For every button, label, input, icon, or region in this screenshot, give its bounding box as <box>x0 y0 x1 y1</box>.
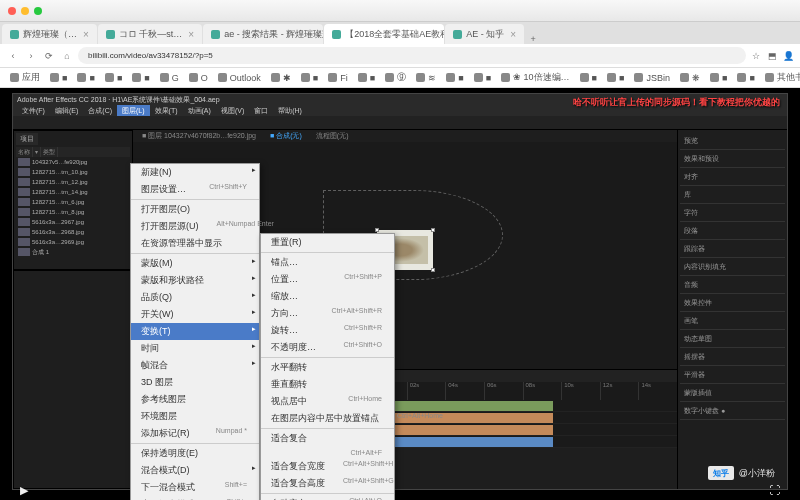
close-icon[interactable]: × <box>510 29 516 40</box>
project-item[interactable]: 5616x3a…2969.jpg <box>16 237 130 247</box>
home-button[interactable]: ⌂ <box>60 49 74 63</box>
menu-item[interactable]: 适合复合高度Ctrl+Alt+Shift+G <box>261 475 394 492</box>
menu-item[interactable]: 适合复合 <box>261 430 394 447</box>
max-dot[interactable] <box>34 7 42 15</box>
panel-header[interactable]: 数字小键盘 ● <box>680 402 785 420</box>
video-controls[interactable]: ▶ ⛶ <box>12 480 788 500</box>
panel-header[interactable]: 音频 <box>680 276 785 294</box>
panel-header[interactable]: 内容识别填充 <box>680 258 785 276</box>
project-tab[interactable]: 项目 <box>16 133 38 145</box>
panel-header[interactable]: 效果和预设 <box>680 150 785 168</box>
menu-item[interactable]: Ctrl+Alt+F <box>261 447 394 458</box>
browser-tab[interactable]: コロ 千秋—st…× <box>98 24 202 44</box>
browser-tab[interactable]: ae - 搜索结果 - 辉煌璀璨辉煌…× <box>203 24 323 44</box>
column-header[interactable]: ▾ <box>33 147 41 157</box>
menu-item[interactable]: 环境图层 <box>131 408 259 425</box>
project-item[interactable]: 5616x3a…2968.jpg <box>16 227 130 237</box>
bookmark-item[interactable]: ■ <box>442 71 467 85</box>
menu-item[interactable]: 品质(Q) <box>131 289 259 306</box>
bookmark-item[interactable]: ■ <box>297 71 322 85</box>
menu-item[interactable]: 开关(W) <box>131 306 259 323</box>
menu-item[interactable]: 蒙版(M) <box>131 255 259 272</box>
star-icon[interactable]: ☆ <box>750 50 762 62</box>
menu-item[interactable]: 文件(F) <box>17 105 50 116</box>
profile-icon[interactable]: 👤 <box>782 50 794 62</box>
viewer-tab[interactable]: ■ 图层 104327v4670f82b…fe920.jpg <box>139 130 259 142</box>
bookmark-item[interactable]: ■ <box>46 71 71 85</box>
project-item[interactable]: 合成 1 <box>16 247 130 257</box>
menu-item[interactable]: 重置(R) <box>261 234 394 251</box>
menu-item[interactable]: 参考线图层 <box>131 391 259 408</box>
menu-item[interactable]: 时间 <box>131 340 259 357</box>
bookmark-item[interactable]: Outlook <box>214 71 265 85</box>
layer-duration-bar[interactable] <box>368 401 553 411</box>
handle-br[interactable] <box>431 268 435 272</box>
handle-tl[interactable] <box>375 228 379 232</box>
url-input[interactable]: bilibili.com/video/av33478152/?p=5 <box>78 47 746 64</box>
layer-track[interactable] <box>368 400 677 412</box>
project-item[interactable]: 104327v5…fe920jpg <box>16 157 130 167</box>
project-item[interactable]: 1282715…tm_12.jpg <box>16 177 130 187</box>
layer-track[interactable] <box>368 424 677 436</box>
menu-item[interactable]: 混合模式(D) <box>131 462 259 479</box>
effects-panel[interactable] <box>13 270 133 489</box>
menu-item[interactable]: 视点居中Ctrl+Home <box>261 393 394 410</box>
panel-header[interactable]: 对齐 <box>680 168 785 186</box>
project-item[interactable]: 1282715…tm_8.jpg <box>16 207 130 217</box>
fullscreen-button[interactable]: ⛶ <box>769 484 780 496</box>
menu-item[interactable]: 打开图层(O) <box>131 201 259 218</box>
bookmark-item[interactable]: Fi <box>324 71 352 85</box>
bookmark-item[interactable]: O <box>185 71 212 85</box>
forward-button[interactable]: › <box>24 49 38 63</box>
bookmark-item[interactable]: ■ <box>576 71 601 85</box>
menu-item[interactable]: 下一混合模式Shift+= <box>131 479 259 496</box>
bookmark-item[interactable]: ❀ 10倍速编… <box>497 69 574 86</box>
panel-header[interactable]: 动态草图 <box>680 330 785 348</box>
panel-header[interactable]: 字符 <box>680 204 785 222</box>
bookmark-item[interactable]: 应用 <box>6 69 44 86</box>
panel-header[interactable]: 摇摆器 <box>680 348 785 366</box>
layer-menu-dropdown[interactable]: 新建(N)图层设置…Ctrl+Shift+Y打开图层(O)打开图层源(U)Alt… <box>130 163 260 500</box>
bookmark-item[interactable]: ■ <box>706 71 731 85</box>
menu-item[interactable]: 动画(A) <box>183 105 216 116</box>
project-panel[interactable]: 项目 名称▾类型 104327v5…fe920jpg1282715…tm_10.… <box>13 130 133 270</box>
menu-item[interactable]: 蒙版和形状路径 <box>131 272 259 289</box>
viewer-tab[interactable]: ■ 合成(无) <box>267 130 305 142</box>
reload-button[interactable]: ⟳ <box>42 49 56 63</box>
browser-tab[interactable]: 辉煌璀璨（…× <box>2 24 97 44</box>
menu-item[interactable]: 帧混合 <box>131 357 259 374</box>
bookmark-item[interactable]: ■ <box>101 71 126 85</box>
menu-item[interactable]: 位置…Ctrl+Shift+P <box>261 271 394 288</box>
ae-toolbar[interactable] <box>13 116 787 130</box>
bookmark-item[interactable]: ⓖ <box>381 69 410 86</box>
menu-item[interactable]: 3D 图层 <box>131 374 259 391</box>
play-button[interactable]: ▶ <box>20 484 28 497</box>
menu-item[interactable]: 缩放… <box>261 288 394 305</box>
ext-icon[interactable]: ⬒ <box>766 50 778 62</box>
close-icon[interactable]: × <box>188 29 194 40</box>
viewer-tab[interactable]: 流程图(无) <box>313 130 352 142</box>
panel-header[interactable]: 跟踪器 <box>680 240 785 258</box>
menu-item[interactable]: 在资源管理器中显示 <box>131 235 259 252</box>
panel-header[interactable]: 库 <box>680 186 785 204</box>
menu-item[interactable]: 效果(T) <box>150 105 183 116</box>
min-dot[interactable] <box>21 7 29 15</box>
column-header[interactable]: 名称 <box>16 147 33 157</box>
bookmark-item[interactable]: ■ <box>73 71 98 85</box>
panel-header[interactable]: 蒙版插值 <box>680 384 785 402</box>
menu-item[interactable]: 图层设置…Ctrl+Shift+Y <box>131 181 259 198</box>
project-item[interactable]: 1282715…tm_14.jpg <box>16 187 130 197</box>
project-item[interactable]: 1282715…tm_10.jpg <box>16 167 130 177</box>
browser-tab[interactable]: AE - 知乎× <box>445 24 524 44</box>
bookmark-item[interactable]: ■ <box>128 71 153 85</box>
layer-track[interactable] <box>368 436 677 448</box>
menu-item[interactable]: 帮助(H) <box>273 105 307 116</box>
back-button[interactable]: ‹ <box>6 49 20 63</box>
menu-item[interactable]: 旋转…Ctrl+Shift+R <box>261 322 394 339</box>
close-icon[interactable]: × <box>83 29 89 40</box>
menu-item[interactable]: 保持透明度(E) <box>131 445 259 462</box>
menu-item[interactable]: 视图(V) <box>216 105 249 116</box>
time-ruler[interactable]: 00s02s04s06s08s10s12s14s <box>368 382 677 400</box>
menu-item[interactable]: 窗口 <box>249 105 273 116</box>
menu-item[interactable]: 上一混合模式Shift+- <box>131 496 259 500</box>
